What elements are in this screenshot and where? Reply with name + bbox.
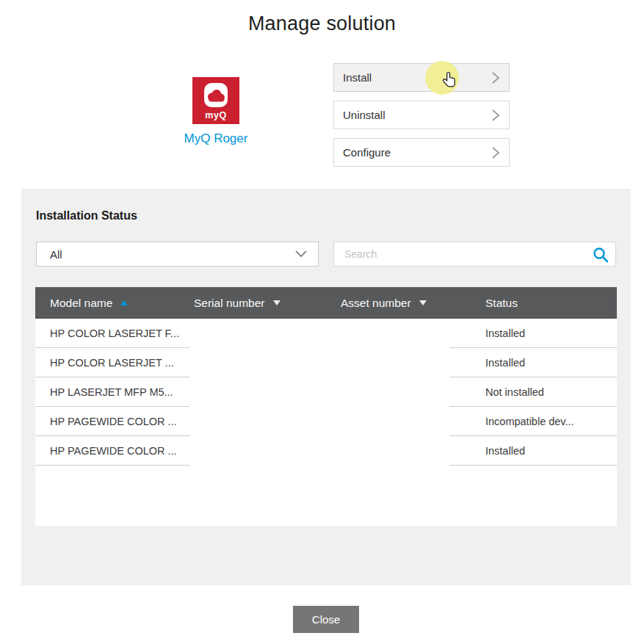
cell-model-name: HP COLOR LASERJET F... <box>35 319 189 348</box>
cell-asset-number <box>336 377 449 407</box>
cell-serial-number <box>189 436 336 466</box>
install-button-label: Install <box>343 71 491 84</box>
chevron-right-icon <box>491 146 500 159</box>
manage-solution-dialog: Manage solution myQ MyQ Roger Install <box>0 0 644 644</box>
cell-model-name: HP LASERJET MFP M5... <box>35 377 189 407</box>
column-header-asset-number[interactable]: Asset number <box>336 287 449 319</box>
cell-asset-number <box>336 436 449 466</box>
cell-status: Installed <box>449 319 617 348</box>
cell-asset-number <box>336 407 449 436</box>
cell-model-name: HP PAGEWIDE COLOR ... <box>35 436 189 466</box>
solution-name: MyQ Roger <box>184 131 248 146</box>
column-header-serial-number[interactable]: Serial number <box>189 287 336 319</box>
uninstall-button[interactable]: Uninstall <box>333 101 510 129</box>
column-header-status[interactable]: Status <box>449 287 617 319</box>
chevron-right-icon <box>491 109 500 122</box>
table-row[interactable]: HP COLOR LASERJET F... Installed <box>35 319 617 348</box>
action-buttons: Install Uninstall Configure <box>333 63 510 167</box>
sort-asc-icon <box>120 300 128 305</box>
cell-model-name: HP PAGEWIDE COLOR ... <box>35 407 189 436</box>
search-button[interactable] <box>592 246 609 264</box>
cell-serial-number <box>189 377 336 407</box>
configure-button[interactable]: Configure <box>333 138 510 167</box>
cell-status: Installed <box>449 348 617 377</box>
myq-logo-icon: myQ <box>192 77 239 124</box>
search-icon <box>592 246 609 264</box>
close-button[interactable]: Close <box>293 606 359 633</box>
search-input[interactable] <box>334 242 615 266</box>
cell-asset-number <box>336 319 449 348</box>
chevron-right-icon <box>491 71 500 84</box>
installation-status-panel: Installation Status All <box>21 189 631 585</box>
solution-block: myQ MyQ Roger <box>157 77 275 146</box>
configure-button-label: Configure <box>343 146 491 159</box>
status-filter-dropdown[interactable]: All <box>36 242 319 267</box>
table-row[interactable]: HP PAGEWIDE COLOR ... Incompatible dev..… <box>35 407 617 436</box>
chevron-down-icon <box>295 250 307 258</box>
sort-desc-icon <box>273 300 281 305</box>
cell-serial-number <box>189 319 336 348</box>
install-button[interactable]: Install <box>333 63 510 92</box>
table-header-row: Model name Serial number Asset number St… <box>35 287 617 319</box>
search-box <box>333 242 616 267</box>
cell-status: Not installed <box>449 377 617 407</box>
column-header-model-name[interactable]: Model name <box>35 287 189 319</box>
uninstall-button-label: Uninstall <box>343 109 491 121</box>
installation-status-table: Model name Serial number Asset number St… <box>35 287 617 526</box>
table-row[interactable]: HP PAGEWIDE COLOR ... Installed <box>35 436 617 466</box>
cell-serial-number <box>189 348 336 377</box>
status-filter-value: All <box>50 248 295 261</box>
page-title: Manage solution <box>0 12 644 35</box>
cell-model-name: HP COLOR LASERJET ... <box>35 348 189 377</box>
cell-status: Incompatible dev... <box>449 407 617 436</box>
filter-row: All <box>36 242 616 267</box>
cell-serial-number <box>189 407 336 436</box>
panel-heading: Installation Status <box>36 209 137 222</box>
table-row[interactable]: HP COLOR LASERJET ... Installed <box>35 348 617 377</box>
table-row[interactable]: HP LASERJET MFP M5... Not installed <box>35 377 617 407</box>
sort-desc-icon <box>419 300 427 305</box>
cell-status: Installed <box>449 436 617 466</box>
svg-text:myQ: myQ <box>205 110 226 120</box>
table-body: HP COLOR LASERJET F... Installed HP COLO… <box>35 319 617 526</box>
cell-asset-number <box>336 348 449 377</box>
